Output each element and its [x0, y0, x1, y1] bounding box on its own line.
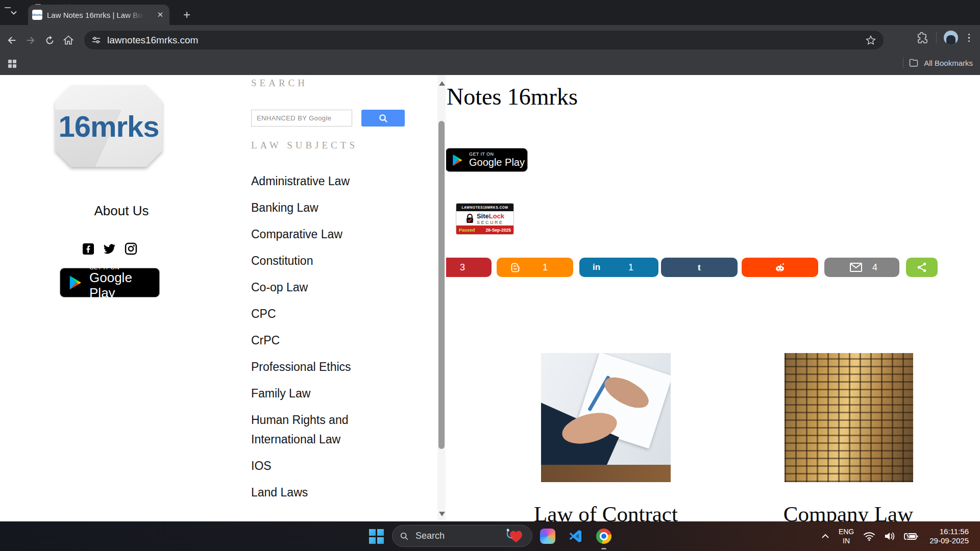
wifi-icon[interactable] — [863, 531, 875, 541]
subject-link[interactable]: Constitution — [251, 251, 358, 270]
linkedin-icon: in — [593, 262, 600, 272]
extensions-icon[interactable] — [917, 32, 929, 44]
all-bookmarks-button[interactable]: All Bookmarks — [903, 57, 973, 68]
share-pinterest-button[interactable]: 3 — [446, 258, 492, 277]
sitelock-brand: SiteLock SECURE — [477, 212, 504, 225]
taskbar-search-label: Search — [415, 531, 503, 541]
apps-grid-icon[interactable] — [7, 59, 17, 69]
windows-taskbar: Search ENG IN 16:11:56 29-09-2025 — [0, 521, 980, 551]
law-of-contract-image[interactable] — [541, 353, 671, 482]
about-us-link[interactable]: About Us — [60, 203, 183, 219]
search-icon — [378, 113, 388, 123]
share-count: 1 — [543, 262, 548, 273]
site-logo[interactable]: 16mrks — [55, 85, 162, 167]
instagram-icon[interactable] — [125, 242, 137, 255]
back-icon[interactable] — [3, 32, 20, 49]
share-count: 4 — [872, 262, 877, 273]
subject-link[interactable]: IOS — [251, 456, 358, 475]
language-indicator[interactable]: ENG IN — [839, 527, 854, 545]
bookmarks-bar: All Bookmarks — [0, 53, 980, 75]
facebook-icon[interactable] — [82, 242, 94, 255]
google-play-badge-text: GET IT ON Google Play — [469, 152, 525, 168]
card-title-law-of-contract[interactable]: Law of Contract — [534, 502, 678, 521]
tab-search-chevron-icon[interactable] — [6, 5, 21, 20]
tray-time: 16:11:56 — [929, 527, 969, 536]
search-icon — [400, 532, 409, 541]
google-play-icon — [452, 154, 464, 167]
share-icon — [916, 262, 927, 273]
volume-icon[interactable] — [884, 531, 896, 541]
chrome-icon[interactable] — [596, 529, 611, 544]
browser-menu-icon[interactable] — [965, 34, 973, 42]
site-info-icon[interactable] — [91, 35, 101, 45]
subject-link[interactable]: Land Laws — [251, 483, 358, 502]
profile-avatar[interactable] — [944, 31, 958, 45]
share-email-button[interactable]: 4 — [824, 258, 899, 277]
taskbar-search[interactable]: Search — [392, 525, 532, 547]
share-linkedin-button[interactable]: in 1 — [579, 258, 658, 277]
subject-link[interactable]: Family Law — [251, 384, 358, 403]
home-icon[interactable] — [60, 32, 77, 49]
toolbar-right-cluster — [917, 31, 980, 45]
tray-chevron-icon[interactable] — [821, 533, 829, 539]
battery-icon[interactable] — [904, 532, 918, 541]
start-button[interactable] — [369, 529, 384, 544]
reload-icon[interactable] — [41, 32, 58, 49]
subject-link[interactable]: Human Rights and International Law — [251, 410, 358, 449]
copilot-icon[interactable] — [540, 529, 555, 544]
company-law-image[interactable] — [785, 353, 913, 482]
law-subjects-heading: LAW SUBJECTS — [251, 140, 358, 151]
folder-icon — [909, 58, 919, 68]
tab-title: Law Notes 16mrks | Law Books — [47, 11, 144, 19]
tumblr-icon: t — [698, 262, 701, 273]
logo-shape: 16mrks — [55, 85, 162, 167]
address-bar[interactable]: lawnotes16mrks.com — [84, 31, 884, 49]
forward-icon[interactable] — [22, 32, 39, 49]
subject-link[interactable]: CPC — [251, 304, 358, 323]
subject-link[interactable]: Co-op Law — [251, 278, 358, 297]
sitelock-domain: LAWNOTES16MRKS.COM — [456, 204, 513, 211]
share-tumblr-button[interactable]: t — [661, 258, 738, 277]
vscode-icon[interactable] — [568, 529, 583, 544]
sitelock-badge[interactable]: LAWNOTES16MRKS.COM SiteLock SECURE Passe… — [456, 203, 514, 235]
scrollbar-up-arrow[interactable] — [439, 81, 445, 86]
page-title: Notes 16mrks — [447, 83, 578, 110]
subject-link[interactable]: Banking Law — [251, 198, 358, 217]
share-reddit-button[interactable] — [742, 258, 818, 277]
search-heading: SEARCH — [251, 78, 308, 89]
bookmark-star-icon[interactable] — [865, 35, 876, 46]
site-search-input[interactable] — [251, 110, 352, 127]
share-more-button[interactable] — [906, 258, 938, 277]
share-blogger-button[interactable]: 1 — [497, 258, 573, 277]
twitter-icon[interactable] — [103, 242, 116, 255]
system-tray: ENG IN 16:11:56 29-09-2025 — [821, 521, 980, 551]
tray-date: 29-09-2025 — [929, 536, 969, 545]
tab-close-icon[interactable]: ✕ — [155, 10, 165, 20]
content-scrollbar-thumb[interactable] — [438, 121, 445, 449]
toolbar-divider — [936, 32, 937, 43]
subject-link[interactable]: Professional Ethics — [251, 357, 358, 377]
search-highlight-image[interactable] — [503, 528, 529, 544]
site-search-button[interactable] — [361, 110, 405, 127]
subject-link[interactable]: CrPC — [251, 331, 358, 350]
card-title-company-law[interactable]: Company Law — [783, 502, 913, 521]
google-play-badge-text: GET IT ON Google Play — [89, 264, 159, 301]
bookmarks-divider — [903, 57, 903, 68]
sitelock-lock-icon — [465, 214, 474, 223]
new-tab-button[interactable]: + — [180, 8, 194, 22]
browser-titlebar: 16mrks Law Notes 16mrks | Law Books ✕ + — [0, 0, 980, 25]
taskbar-clock[interactable]: 16:11:56 29-09-2025 — [929, 527, 969, 545]
subject-link[interactable]: Administrative Law — [251, 171, 358, 191]
share-count: 1 — [628, 262, 633, 273]
subject-link[interactable]: Comparative Law — [251, 224, 358, 244]
tab-favicon: 16mrks — [32, 10, 42, 20]
browser-tab[interactable]: 16mrks Law Notes 16mrks | Law Books ✕ — [28, 5, 169, 25]
screen: { "browser": { "tab_title": "Law Notes 1… — [0, 0, 980, 551]
google-play-badge-sidebar[interactable]: GET IT ON Google Play — [60, 268, 160, 297]
main-content: Notes 16mrks GET IT ON Google Play LAWNO… — [446, 75, 980, 521]
social-links — [82, 242, 137, 255]
google-play-badge-main[interactable]: GET IT ON Google Play — [446, 148, 528, 172]
reddit-icon — [774, 261, 786, 273]
scrollbar-down-arrow[interactable] — [439, 512, 445, 516]
sitelock-date: 29-Sep-2025 — [485, 228, 511, 233]
